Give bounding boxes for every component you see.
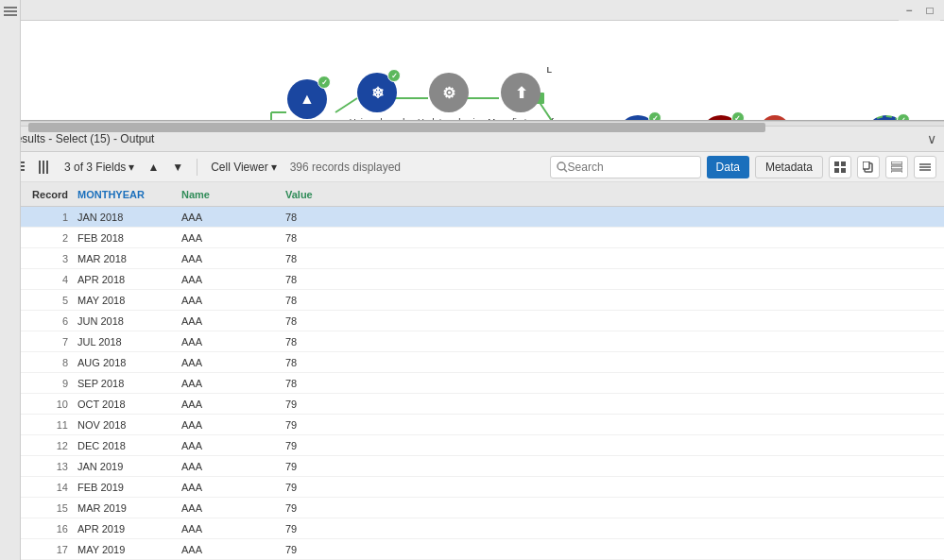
toolbar-divider1 bbox=[197, 159, 197, 176]
cell-record: 12 bbox=[25, 440, 72, 451]
metadata-button[interactable]: Metadata bbox=[755, 156, 823, 178]
svg-line-32 bbox=[564, 169, 567, 172]
cell-record: 14 bbox=[25, 482, 72, 493]
svg-rect-30 bbox=[46, 161, 48, 174]
svg-rect-33 bbox=[834, 161, 839, 166]
search-input[interactable] bbox=[568, 161, 691, 174]
title-bar: − □ bbox=[0, 0, 944, 21]
cell-monthyear: MAR 2019 bbox=[72, 502, 176, 514]
cols-svg bbox=[38, 161, 51, 174]
canvas-scrollbar-thumb[interactable] bbox=[28, 123, 765, 132]
svg-point-31 bbox=[558, 162, 565, 170]
results-collapse-button[interactable]: ∨ bbox=[927, 131, 936, 146]
header-name[interactable]: Name bbox=[176, 189, 280, 200]
cell-value: 78 bbox=[280, 315, 355, 327]
main-layout: − □ bbox=[0, 0, 944, 560]
svg-rect-40 bbox=[891, 166, 902, 169]
table-row[interactable]: 11 NOV 2018 AAA 79 bbox=[0, 415, 944, 435]
table-row[interactable]: 1 JAN 2018 AAA 78 bbox=[0, 207, 944, 228]
sort-down-button[interactable]: ▼ bbox=[168, 159, 187, 176]
cell-monthyear: JAN 2019 bbox=[72, 461, 176, 472]
data-button[interactable]: Data bbox=[707, 156, 749, 178]
cell-name: AAA bbox=[176, 336, 280, 348]
canvas-scrollbar[interactable] bbox=[0, 121, 944, 126]
cell-monthyear: DEC 2018 bbox=[72, 440, 176, 451]
cell-name: AAA bbox=[176, 544, 280, 555]
node-identify-header[interactable]: ▲ ✓ Identify header bbox=[274, 79, 340, 121]
cell-record: 17 bbox=[25, 544, 72, 555]
svg-rect-39 bbox=[891, 161, 902, 164]
table-row[interactable]: 8 AUG 2018 AAA 78 bbox=[0, 352, 944, 373]
table-row[interactable]: 5 MAY 2018 AAA 78 bbox=[0, 290, 944, 311]
cell-record: 7 bbox=[25, 336, 72, 348]
table-row[interactable]: 14 FEB 2019 AAA 79 bbox=[0, 477, 944, 498]
table-row[interactable]: 10 OCT 2018 AAA 79 bbox=[0, 394, 944, 415]
svg-rect-41 bbox=[891, 171, 902, 173]
table-row[interactable]: 13 JAN 2019 AAA 79 bbox=[0, 456, 944, 477]
cell-name: AAA bbox=[176, 461, 280, 472]
search-box[interactable] bbox=[550, 156, 701, 178]
table-row[interactable]: 3 MAR 2018 AAA 78 bbox=[0, 248, 944, 269]
svg-rect-28 bbox=[39, 161, 41, 174]
table-row[interactable]: 7 JUL 2018 AAA 78 bbox=[0, 331, 944, 352]
svg-rect-34 bbox=[841, 161, 846, 166]
table-container: Record MONTHYEAR Name Value 1 JAN 2018 A… bbox=[0, 182, 944, 560]
columns-icon[interactable] bbox=[34, 159, 55, 176]
cell-name: AAA bbox=[176, 274, 280, 285]
cell-record: 4 bbox=[25, 274, 72, 285]
cell-record: 8 bbox=[25, 357, 72, 368]
cell-monthyear: FEB 2018 bbox=[72, 232, 176, 244]
cell-record: 13 bbox=[25, 461, 72, 472]
cell-value: 78 bbox=[280, 357, 355, 368]
header-monthyear[interactable]: MONTHYEAR bbox=[72, 189, 176, 200]
menu-icon-btn[interactable] bbox=[914, 156, 936, 178]
cell-value: 78 bbox=[280, 295, 355, 306]
cell-value: 79 bbox=[280, 523, 355, 535]
maximize-button[interactable]: □ bbox=[919, 0, 940, 21]
cell-value: 78 bbox=[280, 232, 355, 244]
svg-rect-38 bbox=[863, 161, 869, 169]
cell-name: AAA bbox=[176, 502, 280, 514]
minimize-button[interactable]: − bbox=[899, 0, 919, 21]
table-row[interactable]: 9 SEP 2018 AAA 78 bbox=[0, 373, 944, 394]
cell-record: 1 bbox=[25, 212, 72, 223]
node-move-row[interactable]: ⬆ L Move first row of data to headers bbox=[488, 73, 554, 121]
header-value[interactable]: Value bbox=[280, 189, 355, 200]
header-record: Record bbox=[25, 189, 72, 200]
cell-name: AAA bbox=[176, 212, 280, 223]
table-row[interactable]: 2 FEB 2018 AAA 78 bbox=[0, 228, 944, 248]
cell-value: 79 bbox=[280, 419, 355, 431]
cell-viewer-selector[interactable]: Cell Viewer ▾ bbox=[207, 159, 280, 176]
layout-icon-btn[interactable] bbox=[885, 156, 908, 178]
cell-name: AAA bbox=[176, 482, 280, 493]
node-update-value[interactable]: ⚙ Update value in the year column bbox=[416, 73, 482, 121]
table-row[interactable]: 6 JUN 2018 AAA 78 bbox=[0, 311, 944, 331]
grid-icon bbox=[834, 161, 846, 173]
search-icon bbox=[557, 161, 568, 173]
node-unique[interactable]: ❄ ✓ Unique based on all fields apart fro… bbox=[344, 73, 410, 121]
svg-rect-29 bbox=[43, 161, 44, 174]
cell-monthyear: NOV 2018 bbox=[72, 419, 176, 431]
cell-monthyear: JUN 2018 bbox=[72, 315, 176, 327]
fields-selector[interactable]: 3 of 3 Fields ▾ bbox=[60, 159, 138, 176]
records-count: 396 records displayed bbox=[286, 159, 404, 176]
cell-monthyear: APR 2019 bbox=[72, 523, 176, 535]
table-row[interactable]: 15 MAR 2019 AAA 79 bbox=[0, 498, 944, 518]
table-row[interactable]: 16 APR 2019 AAA 79 bbox=[0, 518, 944, 539]
cell-monthyear: MAY 2019 bbox=[72, 544, 176, 555]
cell-record: 9 bbox=[25, 378, 72, 389]
cell-record: 6 bbox=[25, 315, 72, 327]
table-row[interactable]: 12 DEC 2018 AAA 79 bbox=[0, 435, 944, 456]
table-row[interactable]: 17 MAY 2019 AAA 79 bbox=[0, 539, 944, 560]
cell-value: 79 bbox=[280, 461, 355, 472]
cell-name: AAA bbox=[176, 523, 280, 535]
cell-value: 79 bbox=[280, 544, 355, 555]
sort-up-button[interactable]: ▲ bbox=[144, 159, 163, 176]
cell-name: AAA bbox=[176, 232, 280, 244]
cell-record: 15 bbox=[25, 502, 72, 514]
svg-rect-36 bbox=[841, 168, 846, 173]
cell-name: AAA bbox=[176, 357, 280, 368]
table-row[interactable]: 4 APR 2018 AAA 78 bbox=[0, 269, 944, 290]
grid-icon-btn[interactable] bbox=[829, 156, 851, 178]
copy-icon-btn[interactable] bbox=[857, 156, 880, 178]
